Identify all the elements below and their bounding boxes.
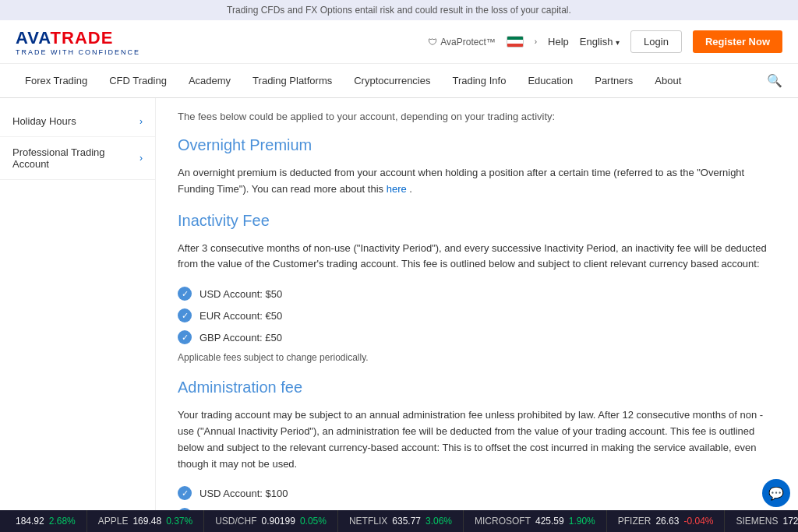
nav-cryptocurrencies[interactable]: Cryptocurrencies	[344, 64, 440, 98]
nav-bar: Forex Trading CFD Trading Academy Tradin…	[0, 64, 798, 98]
help-link[interactable]: Help	[548, 36, 569, 48]
nav-cfd-trading[interactable]: CFD Trading	[100, 64, 176, 98]
ticker-item: MICROSOFT 425.59 1.90%	[464, 510, 607, 532]
list-item: ✓ USD Account: $100	[178, 486, 776, 500]
administration-fee-title: Administration fee	[178, 379, 776, 396]
login-button[interactable]: Login	[630, 30, 682, 53]
logo-tagline: TRADE WITH CONFIDENCE	[16, 48, 140, 56]
main-header: AVATRADE TRADE WITH CONFIDENCE 🛡 AvaProt…	[0, 20, 798, 64]
shield-icon: 🛡	[428, 37, 437, 48]
sidebar: Holiday Hours › Professional Trading Acc…	[0, 98, 156, 532]
nav-trading-info[interactable]: Trading Info	[443, 64, 515, 98]
ticker-item: PFIZER 26.63 -0.04%	[607, 510, 726, 532]
chevron-down-icon: ▾	[616, 38, 620, 47]
overnight-premium-link[interactable]: here	[387, 183, 407, 195]
logo-trade: TRADE	[51, 28, 114, 48]
chevron-right-icon: ›	[139, 116, 143, 127]
overnight-premium-body: An overnight premium is deducted from yo…	[178, 165, 776, 198]
list-item: ✓ GBP Account: £50	[178, 330, 776, 344]
chevron-right-icon-2: ›	[139, 153, 143, 164]
ticker-bar: 184.92 2.68% APPLE 169.48 0.37% USD/CHF …	[0, 510, 798, 532]
inactivity-fee-title: Inactivity Fee	[178, 212, 776, 230]
flag-icon	[507, 36, 524, 48]
register-button[interactable]: Register Now	[693, 30, 782, 53]
intro-text: The fees below could be applied to your …	[178, 111, 776, 122]
administration-fee-section: Administration fee Your trading account …	[178, 379, 776, 532]
list-item: ✓ USD Account: $50	[178, 287, 776, 301]
chat-button[interactable]: 💬	[762, 479, 790, 507]
check-icon: ✓	[178, 330, 192, 344]
ticker-item: NETFLIX 635.77 3.06%	[338, 510, 464, 532]
chevron-flag-icon: ›	[535, 37, 537, 46]
ticker-item: 184.92 2.68%	[0, 510, 87, 532]
inactivity-fee-note: Applicable fees subject to change period…	[178, 352, 776, 363]
logo-text: AVATRADE	[16, 28, 113, 48]
nav-forex-trading[interactable]: Forex Trading	[16, 64, 97, 98]
nav-partners[interactable]: Partners	[585, 64, 642, 98]
nav-about[interactable]: About	[645, 64, 690, 98]
sidebar-item-professional-trading[interactable]: Professional Trading Account ›	[0, 137, 155, 180]
check-icon: ✓	[178, 287, 192, 301]
ticker-item: SIEMENS 172.377 -2.22%	[725, 510, 798, 532]
inactivity-fee-section: Inactivity Fee After 3 consecutive month…	[178, 212, 776, 364]
ticker-item: USD/CHF 0.90199 0.05%	[204, 510, 338, 532]
check-icon: ✓	[178, 486, 192, 500]
risk-banner: Trading CFDs and FX Options entail risk …	[0, 0, 798, 20]
nav-academy[interactable]: Academy	[179, 64, 240, 98]
nav-education[interactable]: Education	[518, 64, 582, 98]
list-item: ✓ EUR Account: €50	[178, 308, 776, 322]
check-icon: ✓	[178, 308, 192, 322]
overnight-premium-section: Overnight Premium An overnight premium i…	[178, 136, 776, 198]
inactivity-fee-list: ✓ USD Account: $50 ✓ EUR Account: €50 ✓ …	[178, 287, 776, 344]
sidebar-item-holiday-hours[interactable]: Holiday Hours ›	[0, 106, 155, 137]
main-content: The fees below could be applied to your …	[156, 98, 798, 532]
header-right: 🛡 AvaProtect™ › Help English ▾ Login Reg…	[428, 30, 782, 53]
nav-trading-platforms[interactable]: Trading Platforms	[243, 64, 341, 98]
ticker-item: APPLE 169.48 0.37%	[87, 510, 204, 532]
logo-ava: AVA	[16, 28, 51, 48]
inactivity-fee-body: After 3 consecutive months of non-use ("…	[178, 241, 776, 273]
administration-fee-body: Your trading account may be subject to a…	[178, 407, 776, 472]
language-selector[interactable]: English ▾	[580, 36, 620, 48]
overnight-premium-title: Overnight Premium	[178, 136, 776, 154]
ava-protect: 🛡 AvaProtect™	[428, 37, 495, 48]
logo: AVATRADE TRADE WITH CONFIDENCE	[16, 28, 140, 56]
page-layout: Holiday Hours › Professional Trading Acc…	[0, 98, 798, 532]
search-icon[interactable]: 🔍	[767, 73, 782, 88]
